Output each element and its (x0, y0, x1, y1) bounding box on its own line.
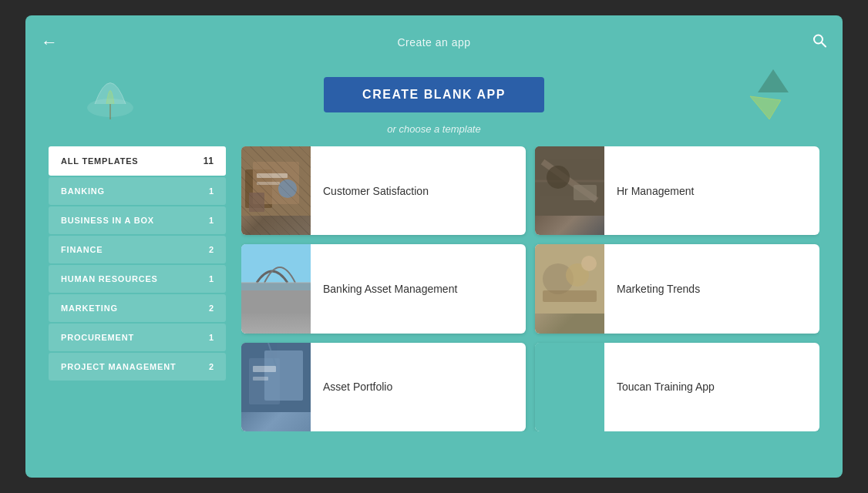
sidebar-item-label: FINANCE (61, 245, 103, 254)
svg-rect-9 (257, 173, 288, 178)
svg-line-1 (822, 42, 826, 47)
svg-rect-8 (253, 162, 299, 204)
svg-rect-10 (257, 182, 280, 185)
sidebar-item-finance[interactable]: FINANCE 2 (49, 236, 226, 263)
sidebar-item-project-management[interactable]: PROJECT MANAGEMENT 2 (49, 353, 226, 381)
svg-rect-7 (245, 169, 272, 208)
sidebar-item-count: 11 (204, 156, 214, 166)
template-name: Hr Management (604, 185, 706, 197)
create-blank-button[interactable]: CREATE BLANK APP (324, 77, 544, 112)
search-button[interactable] (812, 33, 827, 52)
svg-rect-12 (249, 193, 264, 212)
sidebar-item-count: 1 (209, 186, 214, 196)
main-content: ALL TEMPLATES 11 BANKING 1 BUSINESS IN A… (25, 146, 843, 431)
hero-section: CREATE BLANK APP or choose a template (25, 69, 843, 146)
sidebar-item-count: 1 (209, 333, 214, 342)
template-card-customer-satisfaction[interactable]: Customer Satisfaction (241, 146, 526, 235)
sidebar-item-count: 2 (209, 245, 214, 254)
sidebar-item-label: MARKETING (61, 304, 118, 313)
sidebar-item-count: 2 (209, 362, 214, 371)
sidebar-item-count: 1 (209, 274, 214, 283)
deco-right (735, 62, 796, 123)
svg-point-27 (581, 256, 597, 271)
svg-rect-26 (543, 290, 597, 302)
template-thumb-banking-asset-management (241, 244, 311, 333)
sidebar-item-count: 1 (209, 216, 214, 225)
svg-rect-31 (253, 366, 276, 372)
template-name: Banking Asset Management (311, 283, 469, 295)
template-thumb-hr-management (535, 146, 604, 235)
sidebar: ALL TEMPLATES 11 BANKING 1 BUSINESS IN A… (49, 146, 226, 431)
template-card-asset-portfolio[interactable]: Asset Portfolio (241, 343, 526, 431)
template-name: Asset Portfolio (311, 381, 405, 393)
sidebar-item-label: PROJECT MANAGEMENT (61, 362, 176, 371)
sidebar-item-procurement[interactable]: PROCUREMENT 1 (49, 324, 226, 351)
template-thumb-marketing-trends (535, 244, 604, 333)
svg-rect-32 (253, 377, 268, 381)
sidebar-item-banking[interactable]: BANKING 1 (49, 177, 226, 205)
svg-rect-6 (241, 146, 311, 216)
svg-rect-21 (241, 290, 311, 314)
svg-marker-4 (758, 69, 789, 92)
sidebar-item-label: ALL TEMPLATES (61, 156, 138, 166)
template-thumb-customer-satisfaction (241, 146, 311, 235)
template-card-hr-management[interactable]: Hr Management (535, 146, 819, 235)
svg-rect-34 (535, 343, 604, 412)
or-template-text: or choose a template (387, 123, 480, 135)
template-thumb-asset-portfolio (241, 343, 311, 431)
template-name: Customer Satisfaction (311, 185, 441, 197)
sidebar-item-all-templates[interactable]: ALL TEMPLATES 11 (49, 146, 226, 176)
sidebar-item-count: 2 (209, 304, 214, 313)
template-thumb-toucan-training-app (535, 343, 604, 431)
app-container: ← Create an app CREATE BLANK (25, 15, 843, 478)
template-name: Marketing Trends (604, 283, 712, 295)
templates-grid: Customer Satisfaction Hr Management (241, 146, 819, 431)
svg-point-11 (278, 179, 297, 198)
svg-rect-18 (574, 185, 597, 200)
template-card-marketing-trends[interactable]: Marketing Trends (535, 244, 819, 333)
sidebar-item-label: BANKING (61, 186, 105, 196)
template-card-banking-asset-management[interactable]: Banking Asset Management (241, 244, 526, 333)
sidebar-item-business-in-a-box[interactable]: BUSINESS IN A BOX 1 (49, 206, 226, 234)
sidebar-item-marketing[interactable]: MARKETING 2 (49, 294, 226, 322)
sidebar-item-label: BUSINESS IN A BOX (61, 216, 154, 225)
template-card-toucan-training-app[interactable]: Toucan Training App (535, 343, 819, 431)
sidebar-item-human-resources[interactable]: HUMAN RESOURCES 1 (49, 265, 226, 293)
deco-left (72, 54, 149, 131)
svg-marker-5 (750, 96, 781, 119)
sidebar-item-label: HUMAN RESOURCES (61, 274, 158, 283)
search-icon (812, 33, 827, 49)
back-button[interactable]: ← (41, 32, 58, 52)
sidebar-item-label: PROCUREMENT (61, 333, 134, 342)
svg-rect-30 (264, 350, 303, 401)
template-name: Toucan Training App (604, 381, 727, 393)
svg-point-17 (547, 166, 570, 189)
header-title: Create an app (397, 36, 470, 49)
